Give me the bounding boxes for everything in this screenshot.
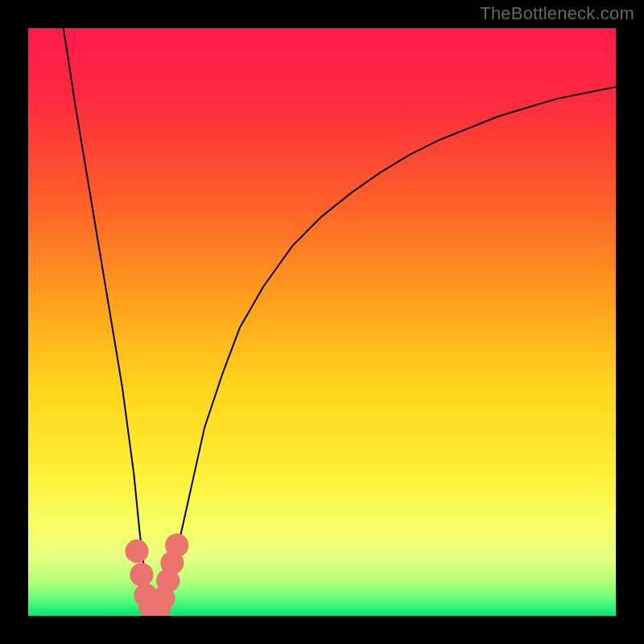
attribution-label: TheBottleneck.com [480, 3, 634, 24]
marker-dot [130, 563, 153, 586]
chart-frame: TheBottleneck.com [0, 0, 644, 644]
curve-path [64, 28, 616, 613]
marker-dot [125, 539, 148, 563]
marker-group [125, 534, 188, 616]
marker-dot [165, 534, 188, 557]
plot-area [28, 28, 616, 616]
bottleneck-curve [28, 28, 616, 616]
